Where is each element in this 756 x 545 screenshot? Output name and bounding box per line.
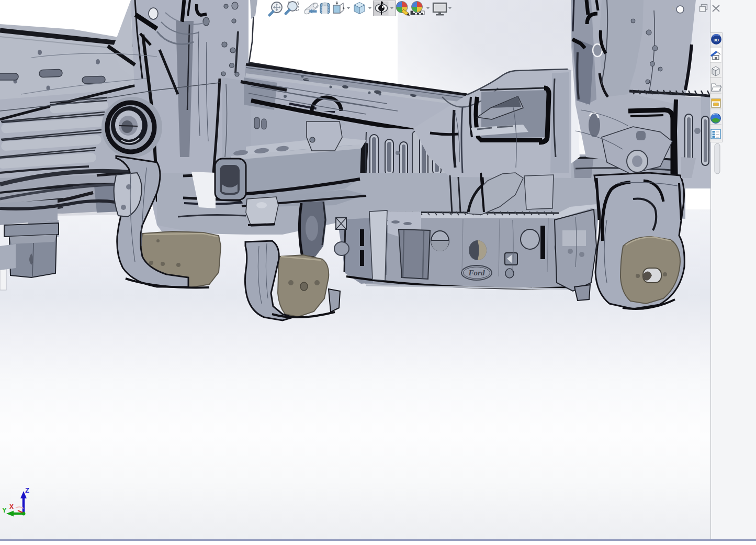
svg-text:X: X	[9, 503, 14, 510]
svg-text:Z: Z	[25, 486, 29, 494]
svg-text:Y: Y	[2, 506, 7, 514]
svg-text:3D: 3D	[714, 38, 719, 42]
